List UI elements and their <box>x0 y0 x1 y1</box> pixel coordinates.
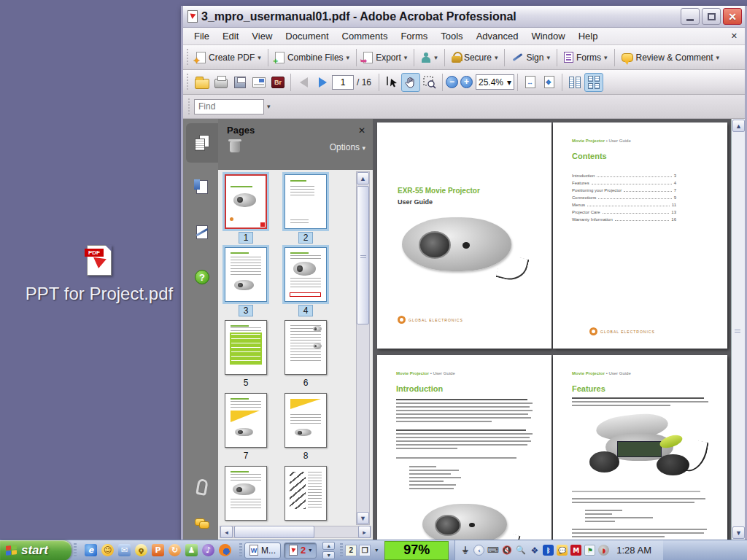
lightbulb-icon[interactable]: ϙ <box>135 544 147 556</box>
menu-comments[interactable]: Comments <box>336 28 395 44</box>
options-menu-button[interactable]: Options ▾ <box>330 142 365 152</box>
help-badge-icon[interactable]: 2 <box>345 545 357 556</box>
bridge-button[interactable]: Br <box>268 73 287 92</box>
internet-explorer-icon[interactable]: e <box>85 544 97 556</box>
document-scrollbar[interactable]: ▲ ▼ <box>731 119 745 540</box>
scroll-down-icon[interactable]: ▼ <box>357 512 369 524</box>
chat-icon[interactable]: 💬 <box>557 545 568 556</box>
scheduler-flag-icon[interactable]: ⚑ <box>584 545 595 556</box>
find-input[interactable] <box>194 99 264 114</box>
msn-messenger-icon[interactable]: ♟ <box>185 544 198 556</box>
delete-pages-icon[interactable] <box>230 141 240 152</box>
fit-page-button[interactable]: ✥ <box>540 73 559 92</box>
network-icon[interactable]: ❖ <box>529 545 540 556</box>
thumbnail-page-2[interactable]: 2 <box>279 174 332 244</box>
thumbnail-page-7[interactable]: 7 <box>220 393 272 462</box>
menu-file[interactable]: File <box>187 28 216 44</box>
forms-button[interactable]: Forms▾ <box>560 50 611 64</box>
maximize-button[interactable] <box>702 8 721 25</box>
two-up-continuous-button[interactable] <box>584 73 603 92</box>
select-tool-button[interactable] <box>382 73 401 92</box>
signatures-tab[interactable] <box>186 212 218 252</box>
collaborate-button[interactable]: ▾ <box>417 51 441 64</box>
toolbar-grip[interactable] <box>185 74 190 90</box>
toolbar-grip[interactable] <box>185 49 190 66</box>
chevron-down-icon[interactable]: ▾ <box>375 547 378 553</box>
thumbnail-page-9[interactable] <box>220 466 272 521</box>
thumbnail-page-10[interactable] <box>279 466 332 521</box>
how-to-tab[interactable]: ? <box>186 257 218 297</box>
power-plug-icon[interactable]: ⏚ <box>460 545 471 556</box>
itunes-icon[interactable]: ♪ <box>202 544 214 556</box>
outlook-icon[interactable]: ✉ <box>118 544 131 556</box>
export-button[interactable]: ➥ Export▾ <box>360 50 411 65</box>
start-button[interactable]: start <box>0 540 71 560</box>
menubar-close-icon[interactable]: ✕ <box>728 31 740 41</box>
create-pdf-button[interactable]: ✦ Create PDF▾ <box>193 50 265 65</box>
comments-tab[interactable] <box>186 504 218 543</box>
email-button[interactable] <box>249 73 268 92</box>
next-view-button[interactable] <box>313 73 332 92</box>
thumbnail-page-4[interactable]: 4 <box>279 247 332 316</box>
review-comment-button[interactable]: Review & Comment▾ <box>618 51 724 64</box>
document-pane[interactable]: EXR-55 Movie Projector User Guide GLOBAL… <box>373 119 745 540</box>
scroll-up-icon[interactable]: ▲ <box>322 542 335 550</box>
panel-close-icon[interactable]: ✕ <box>358 125 365 136</box>
scroll-down-icon[interactable]: ▼ <box>732 526 745 539</box>
combine-files-button[interactable]: ＋ Combine Files▾ <box>271 50 353 65</box>
acrobat-task-group-button[interactable]: 2 ▾ <box>284 542 317 559</box>
thumbnails-scrollbar[interactable]: ▲ ▼ <box>356 171 370 525</box>
scroll-up-icon[interactable]: ▲ <box>357 172 369 184</box>
bluetooth-icon[interactable]: ᛒ <box>543 545 554 556</box>
menu-document[interactable]: Document <box>279 28 335 44</box>
sync-icon[interactable]: ↻ <box>169 544 181 556</box>
titlebar[interactable]: 3_mpro_usermanual01.pdf - Adobe Acrobat … <box>183 6 745 28</box>
pages-tab[interactable] <box>186 123 218 163</box>
keyboard-layout-icon[interactable]: ⌨ <box>487 545 498 556</box>
volume-muted-icon[interactable]: 🔇 <box>501 545 512 556</box>
battery-meter[interactable]: 97% <box>384 541 449 560</box>
taskbar-grip[interactable] <box>239 543 242 558</box>
previous-view-button[interactable] <box>294 73 313 92</box>
print-button[interactable] <box>212 73 231 92</box>
scroll-left-icon[interactable]: ◂ <box>220 526 233 538</box>
mcafee-icon[interactable]: M <box>570 545 581 556</box>
page-number-input[interactable] <box>332 75 354 90</box>
menu-window[interactable]: Window <box>525 28 571 44</box>
chevron-down-icon[interactable]: ▾ <box>267 103 271 110</box>
single-page-continuous-button[interactable] <box>565 73 584 92</box>
scroll-up-icon[interactable]: ▲ <box>732 120 745 132</box>
word-task-button[interactable]: W M... <box>244 542 281 559</box>
close-button[interactable]: ✕ <box>723 8 742 25</box>
thumbnail-page-1[interactable]: 1 <box>220 174 272 244</box>
marquee-zoom-button[interactable] <box>420 73 439 92</box>
secure-button[interactable]: Secure▾ <box>448 50 502 64</box>
zoom-in-button[interactable]: + <box>460 76 473 88</box>
menu-edit[interactable]: Edit <box>216 28 245 44</box>
hide-tray-icons-chevron[interactable]: ‹ <box>473 545 484 556</box>
thumbnails-h-scrollbar[interactable]: ◂ ▸ <box>220 526 371 538</box>
tray-clock[interactable]: 1:28 AM <box>616 545 651 556</box>
minimize-button[interactable] <box>681 8 700 25</box>
restore-window-icon[interactable]: ❐ <box>359 545 371 556</box>
scrollbar-thumb[interactable] <box>234 526 314 538</box>
zoom-level-select[interactable]: 25.4% ▾ <box>476 74 514 90</box>
sign-button[interactable]: Sign▾ <box>508 50 554 65</box>
taskbar-grip[interactable] <box>340 543 343 558</box>
safely-remove-icon[interactable]: ◗ <box>598 545 609 556</box>
save-button[interactable] <box>231 73 249 92</box>
powerpoint-icon[interactable]: P <box>152 544 164 556</box>
magnifier-icon[interactable]: 🔍 <box>515 545 526 556</box>
thumbnail-page-5[interactable]: 5 <box>220 320 272 389</box>
thumbnail-page-6[interactable]: 6 <box>279 320 332 389</box>
bookmarks-tab[interactable] <box>186 167 218 206</box>
menu-advanced[interactable]: Advanced <box>470 28 525 44</box>
scroll-down-icon[interactable]: ▼ <box>322 551 335 559</box>
firefox-icon[interactable] <box>219 544 231 556</box>
menu-forms[interactable]: Forms <box>394 28 434 44</box>
desktop-icon-ppt-for-project[interactable]: PDF PPT for Project.pdf <box>19 245 179 305</box>
fit-width-button[interactable]: ↔ <box>521 73 540 92</box>
taskbar-grip[interactable] <box>74 543 77 558</box>
zoom-out-button[interactable]: − <box>446 76 458 88</box>
menu-tools[interactable]: Tools <box>434 28 469 44</box>
